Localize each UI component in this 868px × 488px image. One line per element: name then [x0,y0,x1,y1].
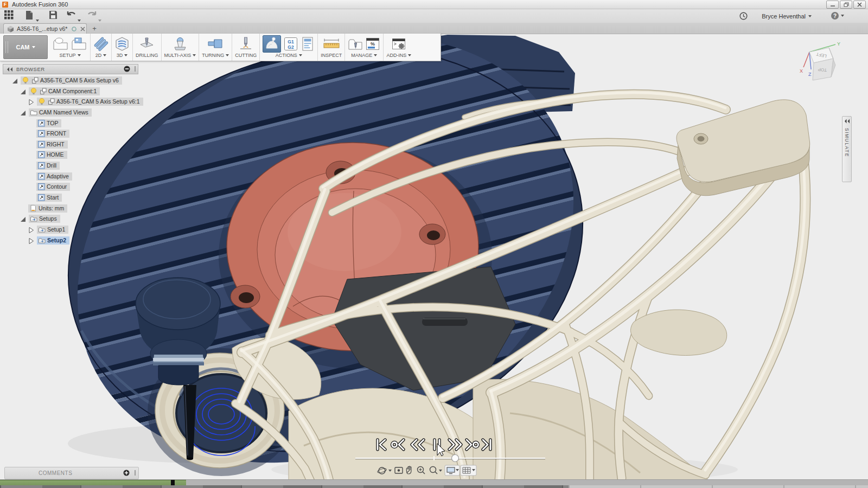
step-forward-button[interactable] [449,440,461,450]
fusion360-window: Y X Z LEFT TOP [0,0,868,488]
comments-label: COMMENTS [39,470,72,476]
measure-icon[interactable] [322,36,341,52]
orbit-button[interactable] [377,467,392,474]
browser-item-setups[interactable]: Setups [3,214,165,223]
display-settings-button[interactable] [445,465,459,476]
browser-panel-title: BROWSER [16,66,45,72]
comments-bar[interactable]: COMMENTS [4,467,139,479]
browser-item-view-contour[interactable]: Contour [3,182,165,191]
look-at-button[interactable] [395,467,403,473]
ribbon-group-cutting: CUTTING [232,34,260,61]
tool-library-icon[interactable] [348,36,363,52]
save-icon[interactable] [49,10,58,20]
step-back-button[interactable] [412,440,424,450]
browser-item-view-start[interactable]: Start [3,193,165,202]
setup-sheet-icon[interactable] [301,36,315,52]
browser-item-cam-component[interactable]: CAM Component:1 [3,87,165,95]
2d-milling-icon[interactable] [93,36,108,52]
simulation-slider[interactable] [355,455,545,462]
grid-settings-button[interactable] [461,465,476,476]
svg-text:G2: G2 [288,44,295,49]
restore-button[interactable] [840,1,852,9]
pan-button[interactable] [406,466,411,474]
drilling-icon[interactable] [139,36,155,52]
collapse-panel-icon[interactable] [7,67,13,72]
expander-closed-icon[interactable] [28,227,35,234]
hide-all-icon[interactable] [124,66,130,72]
browser-item-units[interactable]: Units: mm [3,204,165,213]
browser-item-view-home[interactable]: HOME [3,150,165,159]
browser-item-setup2-selected[interactable]: Setup2 [3,236,165,245]
expander-open-icon[interactable] [20,216,27,223]
help-button[interactable]: ? [831,12,839,20]
3d-milling-icon[interactable] [114,36,130,52]
go-to-beginning-button[interactable] [378,440,385,450]
ribbon-group-turning: TURNING [199,34,232,61]
expander-closed-icon[interactable] [28,237,35,245]
browser-panel-header[interactable]: BROWSER [3,64,138,74]
ribbon-group-drilling: DRILLING [133,34,162,61]
close-button[interactable] [853,1,866,9]
browser-item-view-top[interactable]: TOP [3,119,165,127]
previous-operation-button[interactable] [392,440,404,450]
ribbon-group-2d: 2D [91,34,112,61]
multi-axis-icon[interactable] [172,36,188,52]
zoom-button[interactable] [418,467,425,474]
add-ins-icon[interactable] [391,37,406,51]
browser-item-setup1[interactable]: Setup1 [3,225,165,234]
feed-speed-icon[interactable]: % [365,37,380,51]
redo-icon[interactable] [87,10,97,19]
simulate-panel-tab[interactable]: SIMULATE [842,116,852,182]
app-grid-icon[interactable] [4,10,14,20]
tab-close-icon[interactable] [80,27,85,31]
expander-open-icon[interactable] [11,78,18,85]
window-title: Autodesk Fusion 360 [12,1,68,8]
fit-button[interactable] [430,467,443,474]
browser-tree: A356-T6_CAM 5 Axis Setup v6 CAM Componen… [3,74,165,247]
browser-item-root[interactable]: A356-T6_CAM 5 Axis Setup v6 [3,76,165,85]
file-icon[interactable] [25,10,34,20]
new-setup-icon[interactable] [53,36,69,52]
expander-open-icon[interactable] [20,88,27,95]
browser-item-view-drill[interactable]: Drill [3,161,165,170]
document-cube-icon [7,25,14,33]
expander-closed-icon[interactable] [28,99,35,106]
workspace-selector[interactable]: CAM [3,35,48,59]
browser-item-cam-named-views[interactable]: CAM Named Views [3,108,165,117]
help-dropdown[interactable] [841,15,844,17]
ribbon-group-addins: ADD-INS [384,34,414,61]
browser-item-view-front[interactable]: FRONT [3,129,165,138]
slider-handle[interactable] [452,455,459,462]
cutting-icon[interactable] [238,36,254,52]
go-to-end-button[interactable] [483,440,490,450]
turning-icon[interactable] [207,36,224,52]
new-tab-button[interactable]: + [90,24,99,33]
sync-status-icon [72,27,76,31]
navigation-bar [377,465,476,476]
ribbon-toolbar: CAM SETUP [0,34,441,61]
ribbon-group-3d: 3D [112,34,133,61]
document-tab-bar: A356-T6_...etup v6* + [0,23,868,34]
expander-open-icon[interactable] [20,110,27,117]
fusion-logo: F [2,2,8,8]
minimize-button[interactable] [826,1,839,9]
comments-grip [135,470,136,476]
undo-icon[interactable] [66,10,76,19]
notifications-clock-icon[interactable] [739,12,748,20]
next-operation-button[interactable] [467,440,478,450]
browser-item-view-adaptive[interactable]: Adaptive [3,172,165,181]
browser-item-setup-v6-1[interactable]: A356-T6_CAM 5 Axis Setup v6:1 [3,97,165,106]
post-process-icon[interactable]: G1 G2 [283,36,298,52]
user-dropdown[interactable] [808,15,812,17]
ribbon-group-actions: G1 G2 ACTIONS [260,34,318,61]
mouse-cursor [437,444,445,456]
ribbon-group-setup: SETUP [50,34,91,61]
simulate-button-active[interactable] [263,35,281,53]
cam-operations-strip[interactable] [0,485,868,488]
browser-item-view-right[interactable]: RIGHT [3,140,165,149]
setup-from-model-icon[interactable] [71,36,87,52]
document-tab[interactable]: A356-T6_...etup v6* [3,23,87,34]
user-name[interactable]: Bryce Heventhal [762,13,806,20]
ribbon-group-multiaxis: MULTI-AXIS [162,34,200,61]
add-comment-icon[interactable] [123,470,130,476]
